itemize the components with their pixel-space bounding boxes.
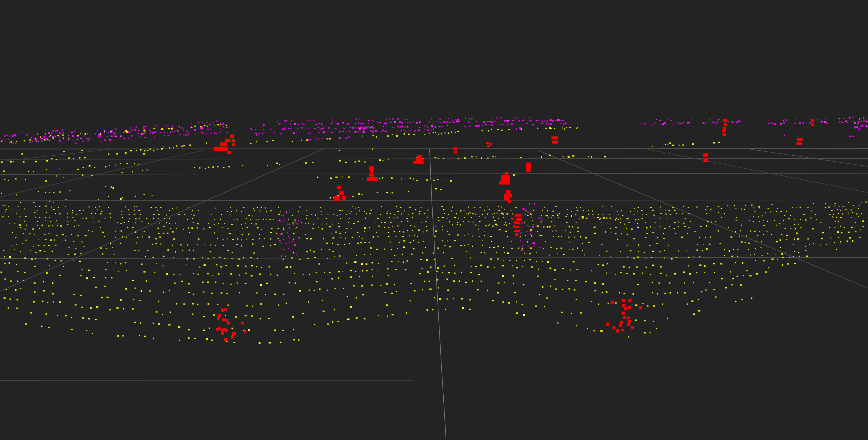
pointcloud-viewport[interactable] (0, 0, 868, 440)
lidar-viewer-window (0, 0, 868, 440)
